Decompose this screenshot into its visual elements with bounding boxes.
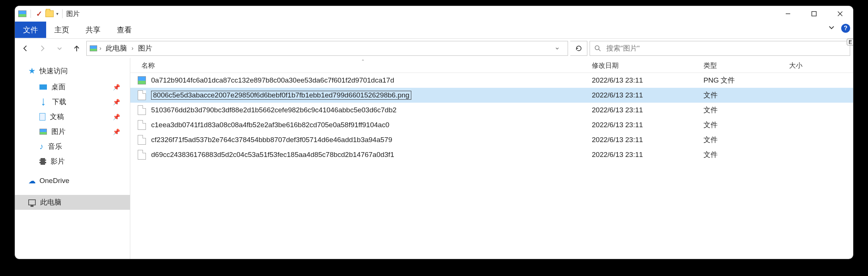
tab-file[interactable]: 文件 [15, 22, 46, 38]
tab-home[interactable]: 主页 [46, 22, 77, 38]
column-size[interactable]: 大小 [789, 61, 853, 70]
file-row[interactable]: cf2326f71f5ad537b2e764c378454bbb8707def3… [130, 132, 853, 147]
explorer-window: ✓ ▾ 图片 文件 主页 共享 查看 ? E › 此电脑 [15, 6, 853, 259]
app-icon [18, 9, 27, 18]
document-icon [39, 113, 45, 121]
file-rows: 0a712b9014fc6a01dca87cc132e897b8c00a30ee… [130, 73, 853, 259]
forward-button[interactable] [35, 41, 50, 56]
cloud-icon: ☁ [28, 176, 36, 185]
navigation-pane: ★ 快速访问 桌面 📌 ⭣下载 📌 文稿 📌 图片 📌 ♪音乐 [15, 58, 130, 259]
file-date: 2022/6/13 23:11 [592, 121, 703, 129]
svg-point-5 [595, 46, 599, 50]
help-icon[interactable]: ? [841, 24, 850, 33]
qat-dropdown-icon[interactable]: ▾ [56, 11, 58, 16]
ribbon-tabs: 文件 主页 共享 查看 ? E [15, 22, 853, 39]
download-icon: ⭣ [39, 97, 48, 107]
file-row[interactable]: 0a712b9014fc6a01dca87cc132e897b8c00a30ee… [130, 73, 853, 88]
file-date: 2022/6/13 23:11 [592, 136, 703, 144]
keytip-e: E [847, 39, 853, 45]
pin-icon: 📌 [113, 128, 120, 135]
file-row[interactable]: d69cc243836176883d5d2c04c53a51f53fec185a… [130, 147, 853, 162]
address-history-icon[interactable] [550, 46, 565, 51]
sidebar-item-music[interactable]: ♪音乐 [15, 139, 130, 154]
sidebar-item-downloads[interactable]: ⭣下载 📌 [15, 94, 130, 109]
sidebar-quick-access[interactable]: ★ 快速访问 [15, 65, 130, 80]
sidebar-item-videos[interactable]: 影片 [15, 154, 130, 169]
breadcrumb-folder[interactable]: 图片 [136, 44, 154, 53]
file-icon [138, 150, 146, 160]
file-date: 2022/6/13 23:11 [592, 151, 703, 159]
monitor-icon [28, 199, 36, 205]
sidebar-item-documents[interactable]: 文稿 📌 [15, 109, 130, 124]
file-row[interactable]: 5103676dd2b3d790bc3df88e2d1b5662cefe982b… [130, 103, 853, 118]
star-icon: ★ [28, 66, 36, 76]
recent-dropdown-icon[interactable] [52, 41, 67, 56]
file-name: c1eea3db0741f1d83a08c08a4fb52e2af3be616b… [151, 121, 389, 129]
file-name: cf2326f71f5ad537b2e764c378454bbb8707def3… [151, 136, 392, 144]
search-placeholder: 搜索"图片" [606, 44, 640, 53]
file-date: 2022/6/13 23:11 [592, 76, 703, 84]
column-headers: ⌃ 名称 修改日期 类型 大小 [130, 58, 853, 73]
nav-toolbar: › 此电脑 › 图片 搜索"图片" [15, 39, 853, 58]
file-icon [138, 105, 146, 115]
svg-rect-1 [812, 12, 816, 16]
location-icon [90, 45, 97, 51]
file-type: 文件 [703, 135, 789, 145]
sort-indicator-icon: ⌃ [361, 59, 365, 64]
title-bar: ✓ ▾ 图片 [15, 6, 853, 22]
file-row[interactable]: c1eea3db0741f1d83a08c08a4fb52e2af3be616b… [130, 118, 853, 132]
pin-icon: 📌 [113, 84, 120, 91]
file-type: 文件 [703, 150, 789, 160]
up-button[interactable] [69, 41, 84, 56]
search-box[interactable]: 搜索"图片" [590, 41, 850, 56]
sidebar-item-pictures[interactable]: 图片 📌 [15, 124, 130, 139]
file-row[interactable]: 8006c5e5d3abacce2007e29850f6d6bebf0f1b7f… [130, 88, 853, 103]
picture-icon [39, 129, 47, 135]
chevron-right-icon[interactable]: › [99, 45, 101, 52]
image-file-icon [138, 76, 146, 84]
close-button[interactable] [827, 6, 853, 22]
file-icon [138, 90, 146, 100]
refresh-button[interactable] [570, 41, 587, 56]
properties-icon[interactable]: ✓ [35, 9, 44, 18]
film-icon [39, 158, 46, 165]
pin-icon: 📌 [113, 113, 120, 121]
file-date: 2022/6/13 23:11 [592, 91, 703, 99]
desktop-icon [39, 84, 47, 90]
file-type: 文件 [703, 105, 789, 115]
content-area: ★ 快速访问 桌面 📌 ⭣下载 📌 文稿 📌 图片 📌 ♪音乐 [15, 58, 853, 259]
file-icon [138, 120, 146, 130]
address-bar[interactable]: › 此电脑 › 图片 [86, 41, 568, 56]
minimize-button[interactable] [775, 6, 801, 22]
pin-icon: 📌 [113, 99, 120, 106]
tab-share[interactable]: 共享 [77, 22, 109, 38]
tab-view[interactable]: 查看 [109, 22, 140, 38]
column-type[interactable]: 类型 [703, 61, 789, 70]
sidebar-this-pc[interactable]: 此电脑 [15, 195, 130, 210]
svg-line-6 [599, 49, 601, 51]
file-name: d69cc243836176883d5d2c04c53a51f53fec185a… [151, 151, 394, 159]
file-name: 8006c5e5d3abacce2007e29850f6d6bebf0f1b7f… [151, 91, 411, 100]
file-icon [138, 135, 146, 145]
column-date[interactable]: 修改日期 [592, 61, 703, 70]
window-title: 图片 [66, 9, 80, 18]
sidebar-onedrive[interactable]: ☁ OneDrive [15, 175, 130, 189]
file-type: PNG 文件 [703, 76, 789, 85]
back-button[interactable] [18, 41, 33, 56]
sidebar-item-desktop[interactable]: 桌面 📌 [15, 80, 130, 94]
maximize-button[interactable] [801, 6, 827, 22]
file-list-pane: ⌃ 名称 修改日期 类型 大小 0a712b9014fc6a01dca87cc1… [130, 58, 853, 259]
music-icon: ♪ [39, 142, 44, 151]
file-type: 文件 [703, 120, 789, 130]
breadcrumb-root[interactable]: 此电脑 [103, 44, 129, 53]
ribbon-expand-icon[interactable] [828, 24, 835, 33]
file-date: 2022/6/13 23:11 [592, 106, 703, 114]
quick-access-toolbar: ✓ ▾ [18, 9, 58, 18]
chevron-right-icon[interactable]: › [131, 45, 133, 52]
sidebar-label: 快速访问 [39, 66, 68, 76]
search-icon [594, 45, 601, 52]
folder-icon[interactable] [45, 9, 54, 18]
file-name: 5103676dd2b3d790bc3df88e2d1b5662cefe982b… [151, 106, 396, 114]
file-name: 0a712b9014fc6a01dca87cc132e897b8c00a30ee… [151, 76, 394, 84]
file-type: 文件 [703, 90, 789, 100]
